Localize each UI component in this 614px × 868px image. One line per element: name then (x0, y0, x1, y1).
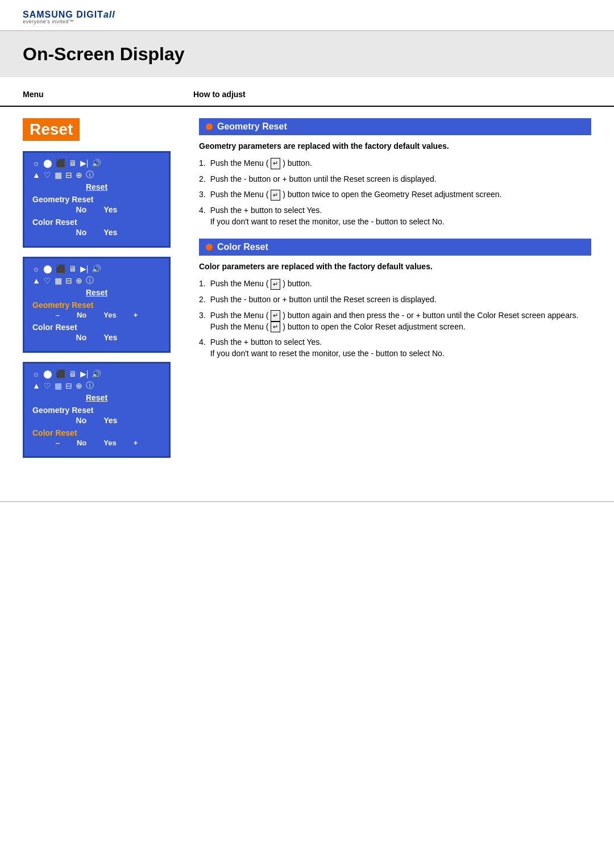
osd-top-row-3: ☼ ⬤ ⬛ 🖥 ▶| 🔊 (32, 369, 101, 378)
osd-color-noyes-1: No Yes (32, 228, 161, 237)
geometry-steps: 1. Push the Menu ( ↵ ) button. 2. Push t… (199, 158, 591, 228)
info-icon-3: 🔊 (92, 369, 101, 378)
osd-color-no-3: No (77, 439, 86, 447)
tagline: everyone's invited™ (23, 19, 591, 24)
geometry-icon-2: ⬛ (56, 264, 65, 273)
color-icon: 🖥 (69, 158, 77, 168)
osd-no-2: No (77, 311, 86, 319)
geometry-step-text-4: Push the + button to select Yes.If you d… (210, 205, 591, 227)
geometry-step-4: 4. Push the + button to select Yes.If yo… (199, 205, 591, 227)
square-icon-2: ⊟ (65, 276, 72, 285)
osd-icons-bottom-1: ▲ ♡ ▦ ⊟ ⊕ ⓘ (32, 170, 161, 180)
osd-top-row: ☼ ⬤ ⬛ 🖥 ▶| 🔊 (32, 158, 101, 168)
square-icon: ⊟ (65, 170, 72, 180)
osd-yes-1: Yes (103, 205, 117, 214)
osd-color-yes-2: Yes (103, 333, 117, 342)
osd-screen-3: ☼ ⬤ ⬛ 🖥 ▶| 🔊 ▲ ♡ ▦ ⊟ ⊕ ⓘ Reset (23, 362, 171, 458)
reset-icon-top-2: ▶| (80, 264, 89, 273)
geometry-icon-3: ⬛ (56, 369, 65, 378)
color-reset-header: Color Reset (199, 239, 591, 256)
color-step-num-4: 4. (199, 337, 206, 359)
contrast-icon-2: ⬤ (43, 264, 52, 273)
brightness-icon: ☼ (32, 158, 40, 168)
samsung-logo: SAMSUNG DIGITall everyone's invited™ (23, 10, 591, 24)
color-step-num-2: 2. (199, 294, 206, 306)
square-icon-3: ⊟ (65, 381, 72, 390)
osd-bottom-row: ▲ ♡ ▦ ⊟ ⊕ ⓘ (32, 170, 94, 180)
menu-icon-c3a: ↵ (271, 310, 280, 321)
osd-icons-3: ☼ ⬤ ⬛ 🖥 ▶| 🔊 (32, 369, 161, 378)
reset-icon-top-3: ▶| (80, 369, 89, 378)
color-dot (206, 244, 213, 251)
osd-icons-2: ☼ ⬤ ⬛ 🖥 ▶| 🔊 (32, 264, 161, 273)
osd-reset-title-1: Reset (32, 182, 161, 191)
osd-color-no-1: No (76, 228, 87, 237)
footer (0, 501, 614, 514)
info-icon-2: 🔊 (92, 264, 101, 273)
grid-icon-3: ▦ (55, 381, 62, 390)
brightness-icon-3: ☼ (32, 369, 40, 378)
osd-reset-title-2: Reset (32, 288, 161, 297)
col-how-label: How to adjust (193, 90, 591, 99)
osd-geometry-noyes-2: – No Yes + (32, 311, 161, 319)
info2-icon-3: ⓘ (86, 381, 94, 391)
geometry-reset-header: Geometry Reset (199, 118, 591, 135)
osd-dash-2: – (56, 311, 60, 319)
osd-color-label-2: Color Reset (32, 323, 161, 332)
color-reset-body: Color parameters are replaced with the f… (199, 261, 591, 359)
osd-screen-1: ☼ ⬤ ⬛ 🖥 ▶| 🔊 ▲ ♡ ▦ ⊟ ⊕ ⓘ Reset (23, 151, 171, 248)
geometry-step-num-2: 2. (199, 174, 206, 185)
geometry-step-1: 1. Push the Menu ( ↵ ) button. (199, 158, 591, 169)
heart-icon: ♡ (44, 170, 51, 180)
triangle-icon: ▲ (32, 170, 40, 180)
geometry-icon: ⬛ (56, 158, 65, 168)
osd-plus-2: + (134, 311, 138, 319)
brand-name: SAMSUNG DIGITall (23, 10, 591, 19)
geometry-step-3: 3. Push the Menu ( ↵ ) button twice to o… (199, 189, 591, 201)
geometry-step-num-4: 4. (199, 205, 206, 227)
osd-no-3: No (76, 416, 87, 425)
info2-icon-2: ⓘ (86, 276, 94, 286)
heart-icon-2: ♡ (44, 276, 51, 285)
osd-yes-3: Yes (103, 416, 117, 425)
col-menu-label: Menu (23, 90, 193, 99)
triangle-icon-3: ▲ (32, 381, 40, 390)
menu-icon-g3: ↵ (271, 190, 280, 201)
left-column: Reset ☼ ⬤ ⬛ 🖥 ▶| 🔊 ▲ ♡ ▦ ⊟ ⊕ (23, 118, 182, 467)
reset-icon-top: ▶| (80, 158, 89, 168)
osd-geometry-noyes-3: No Yes (32, 416, 161, 425)
osd-reset-title-3: Reset (32, 393, 161, 402)
osd-icons-bottom-3: ▲ ♡ ▦ ⊟ ⊕ ⓘ (32, 381, 161, 391)
geometry-step-text-3: Push the Menu ( ↵ ) button twice to open… (210, 189, 591, 201)
osd-geometry-label-2: Geometry Reset (32, 301, 161, 310)
contrast-icon: ⬤ (43, 158, 52, 168)
geometry-step-num-1: 1. (199, 158, 206, 169)
grid-icon-2: ▦ (55, 276, 62, 285)
reset-label: Reset (23, 118, 80, 141)
osd-yes-2: Yes (103, 311, 116, 319)
color-steps: 1. Push the Menu ( ↵ ) button. 2. Push t… (199, 278, 591, 360)
geometry-step-text-1: Push the Menu ( ↵ ) button. (210, 158, 591, 169)
heart-icon-3: ♡ (44, 381, 51, 390)
osd-color-noyes-3: – No Yes + (32, 439, 161, 447)
content-area: Reset ☼ ⬤ ⬛ 🖥 ▶| 🔊 ▲ ♡ ▦ ⊟ ⊕ (0, 107, 614, 478)
osd-color-plus-3: + (134, 439, 138, 447)
color-step-text-2: Push the - button or + button until the … (210, 294, 591, 306)
contrast-icon-3: ⬤ (43, 369, 52, 378)
osd-icons-bottom-2: ▲ ♡ ▦ ⊟ ⊕ ⓘ (32, 276, 161, 286)
color-reset-heading: Color Reset (217, 242, 268, 252)
geometry-reset-heading: Geometry Reset (217, 122, 287, 132)
menu-icon-g1: ↵ (271, 158, 280, 169)
geometry-intro: Geometry parameters are replaced with th… (199, 141, 591, 152)
info-icon: 🔊 (92, 158, 101, 168)
osd-color-noyes-2: No Yes (32, 333, 161, 342)
osd-color-dash-3: – (56, 439, 60, 447)
column-headers: Menu How to adjust (0, 83, 614, 107)
page-header: SAMSUNG DIGITall everyone's invited™ (0, 0, 614, 31)
color-step-text-4: Push the + button to select Yes.If you d… (210, 337, 591, 359)
color-icon-2: 🖥 (69, 264, 77, 273)
color-step-3: 3. Push the Menu ( ↵ ) button again and … (199, 310, 591, 333)
menu-icon-c1: ↵ (271, 279, 280, 290)
geometry-step-text-2: Push the - button or + button until the … (210, 174, 591, 185)
page-title: On-Screen Display (23, 44, 591, 65)
